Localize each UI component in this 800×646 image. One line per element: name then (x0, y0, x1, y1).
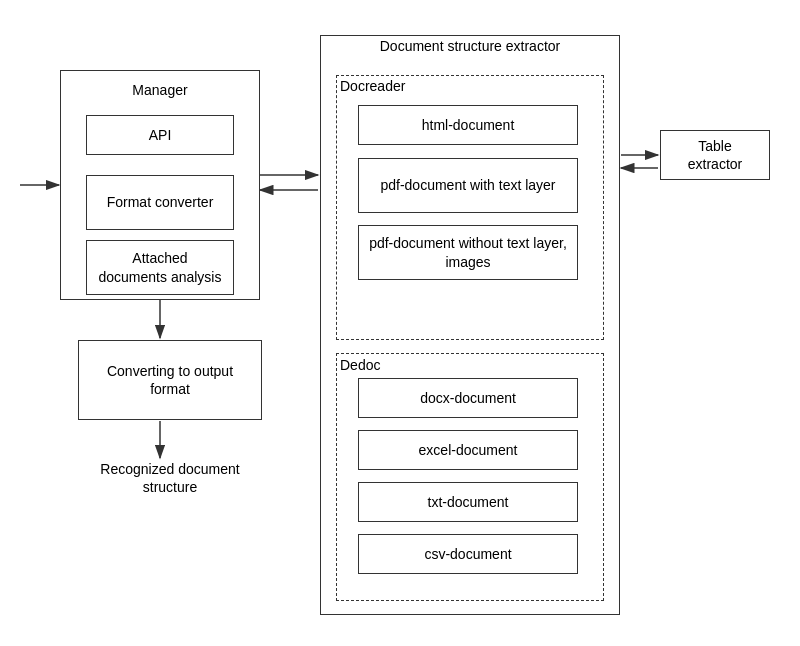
table-extractor-box: Table extractor (660, 130, 770, 180)
attached-docs-label: Attached documents analysis (97, 249, 223, 285)
txt-label: txt-document (428, 493, 509, 511)
docx-label: docx-document (420, 389, 516, 407)
html-doc-label: html-document (422, 116, 515, 134)
pdf-no-text-box: pdf-document without text layer, images (358, 225, 578, 280)
csv-label: csv-document (424, 545, 511, 563)
converting-label: Converting to output format (89, 362, 251, 398)
docx-box: docx-document (358, 378, 578, 418)
excel-label: excel-document (419, 441, 518, 459)
format-converter-label: Format converter (107, 193, 214, 211)
format-converter-box: Format converter (86, 175, 234, 230)
pdf-text-box: pdf-document with text layer (358, 158, 578, 213)
recognized-label: Recognized document structure (78, 460, 262, 496)
attached-docs-box: Attached documents analysis (86, 240, 234, 295)
dedoc-label: Dedoc (340, 357, 380, 373)
table-extractor-label: Table extractor (671, 137, 759, 173)
html-doc-box: html-document (358, 105, 578, 145)
pdf-no-text-label: pdf-document without text layer, images (369, 234, 567, 270)
converting-box: Converting to output format (78, 340, 262, 420)
csv-box: csv-document (358, 534, 578, 574)
docreader-label: Docreader (340, 78, 405, 94)
txt-box: txt-document (358, 482, 578, 522)
doc-structure-label: Document structure extractor (320, 38, 620, 54)
excel-box: excel-document (358, 430, 578, 470)
api-label: API (149, 126, 172, 144)
diagram: Manager API Format converter Attached do… (0, 0, 800, 646)
manager-label: Manager (60, 82, 260, 98)
pdf-text-label: pdf-document with text layer (380, 176, 555, 194)
api-box: API (86, 115, 234, 155)
